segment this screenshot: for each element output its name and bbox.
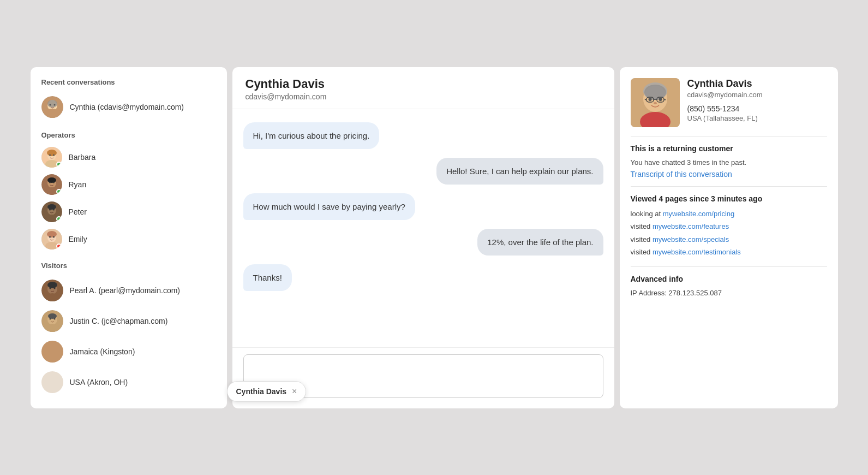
barbara-avatar [41,147,62,168]
barbara-status [56,162,62,167]
operator-peter[interactable]: Peter [31,198,227,225]
returning-customer-text: You have chatted 3 times in the past. [631,157,827,168]
page-views-section: Viewed 4 pages since 3 minutes ago looki… [631,186,827,266]
svg-point-4 [49,104,51,105]
operator-barbara[interactable]: Barbara [31,144,227,171]
cynthia-conversation-label: Cynthia (cdavis@mydomain.com) [70,103,184,111]
svg-point-23 [53,209,55,210]
profile-info: Cynthia Davis cdavis@mydomain.com (850) … [687,78,763,122]
svg-point-28 [49,236,51,238]
pearl-avatar [41,280,63,301]
ryan-status [56,189,62,194]
visitor-pearl[interactable]: Pearl A. (pearl@mydomain.com) [31,275,227,306]
profile-header: Cynthia Davis cdavis@mydomain.com (850) … [631,78,827,127]
svg-point-17 [53,181,55,183]
ip-address: IP Address: 278.123.525.087 [631,288,827,299]
ryan-label: Ryan [69,180,87,189]
right-panel: Cynthia Davis cdavis@mydomain.com (850) … [620,67,838,408]
barbara-label: Barbara [69,153,96,162]
svg-point-26 [47,231,57,238]
svg-point-10 [49,154,51,156]
visitors-title: Visitors [31,262,227,275]
operator-ryan[interactable]: Ryan [31,171,227,198]
svg-point-2 [47,100,57,108]
left-panel: Recent conversations Cynthia (cdavis@myd… [31,67,227,408]
chat-panel: Cynthia Davis cdavis@mydomain.com Hi, I'… [232,67,614,408]
svg-point-16 [49,181,51,183]
justin-label: Justin C. (jc@chapman.com) [70,317,168,325]
svg-point-51 [648,98,651,101]
operator-emily[interactable]: Emily [31,225,227,253]
page-view-url-1[interactable]: mywebsite.com/features [653,222,729,230]
svg-point-22 [49,209,51,210]
svg-point-8 [47,150,57,156]
message-4: 12%, over the life of the plan. [477,229,603,256]
minimized-close-button[interactable]: × [292,387,297,396]
svg-point-34 [49,287,51,289]
page-view-url-3[interactable]: mywebsite.com/testimonials [653,248,741,256]
svg-line-49 [645,99,646,100]
profile-name: Cynthia Davis [687,78,763,90]
cynthia-avatar [41,96,63,118]
svg-line-50 [665,99,666,100]
advanced-info-section: Advanced info IP Address: 278.123.525.08… [631,266,827,306]
page-view-0: looking at mywebsite.com/pricing [631,207,827,220]
chat-contact-email: cdavis@mydomain.com [246,92,601,101]
message-2: Hello! Sure, I can help explain our plan… [436,158,603,185]
pearl-label: Pearl A. (pearl@mydomain.com) [70,286,181,295]
profile-location: USA (Tallahassee, FL) [687,114,763,122]
page-view-3: visited mywebsite.com/testimonials [631,246,827,258]
message-3: How much would I save by paying yearly? [243,193,415,220]
operators-section: Operators Barbara [31,131,227,253]
chat-messages: Hi, I'm curious about the pricing. Hello… [232,109,614,347]
ryan-avatar [41,174,62,195]
advanced-info-title: Advanced info [631,275,827,283]
justin-avatar [41,310,63,332]
svg-point-40 [49,318,51,319]
page-view-1: visited mywebsite.com/features [631,220,827,233]
returning-customer-section: This is a returning customer You have ch… [631,136,827,187]
page-view-2: visited mywebsite.com/specials [631,233,827,246]
svg-point-29 [53,236,55,238]
minimized-chat-name: Cynthia Davis [236,387,287,396]
peter-label: Peter [69,207,87,216]
visitors-section: Visitors Pearl A. (pearl@mydomain.com) [31,262,227,397]
peter-avatar [41,201,62,222]
minimized-chat-badge[interactable]: Cynthia Davis × [227,381,307,402]
usa-avatar [41,371,63,393]
recent-conversations-title: Recent conversations [31,78,227,92]
usa-label: USA (Akron, OH) [70,378,128,387]
svg-point-35 [53,287,55,289]
svg-point-5 [53,104,55,105]
returning-customer-title: This is a returning customer [631,144,827,153]
chat-header: Cynthia Davis cdavis@mydomain.com [232,67,614,109]
transcript-link[interactable]: Transcript of this conversation [631,170,732,179]
visitor-justin[interactable]: Justin C. (jc@chapman.com) [31,306,227,336]
jamaica-avatar [41,341,63,363]
visitor-jamaica[interactable]: Jamaica (Kingston) [31,336,227,367]
page-view-url-2[interactable]: mywebsite.com/specials [653,235,729,244]
message-5: Thanks! [243,264,292,291]
page-views-title: Viewed 4 pages since 3 minutes ago [631,194,827,203]
svg-point-20 [47,204,56,210]
page-view-url-0[interactable]: mywebsite.com/pricing [663,210,735,218]
svg-point-14 [47,177,56,183]
chat-contact-name: Cynthia Davis [246,77,601,91]
emily-label: Emily [69,235,87,244]
profile-email: cdavis@mydomain.com [687,91,763,99]
svg-point-53 [654,102,657,104]
conversation-cynthia[interactable]: Cynthia (cdavis@mydomain.com) [31,92,227,122]
peter-status [56,216,62,222]
svg-point-38 [48,313,57,319]
svg-point-32 [47,282,57,288]
svg-point-52 [659,98,662,101]
emily-status [56,244,62,249]
emily-avatar [41,229,62,250]
svg-point-11 [53,154,55,156]
visitor-usa[interactable]: USA (Akron, OH) [31,367,227,397]
profile-avatar [631,78,680,127]
operators-title: Operators [31,131,227,144]
profile-phone: (850) 555-1234 [687,104,763,113]
jamaica-label: Jamaica (Kingston) [70,347,135,356]
svg-point-41 [53,318,55,319]
